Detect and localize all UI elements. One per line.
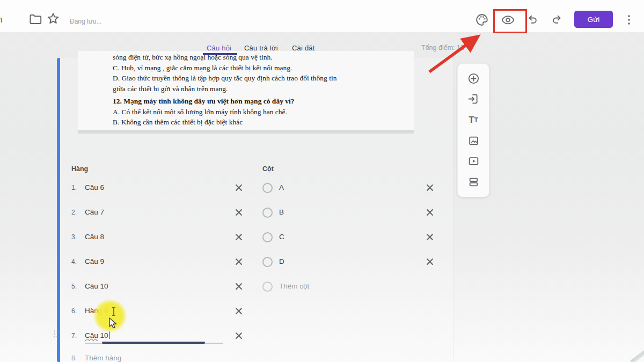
doc-question-line: 12. Mạng máy tính không dây ưu việt hơn …	[113, 96, 409, 107]
redo-icon[interactable]	[552, 14, 563, 25]
row-label-input[interactable]: Câu 9	[85, 257, 104, 265]
column-radio[interactable]	[262, 183, 273, 193]
active-tab-underline	[203, 53, 237, 55]
saving-status: Đang lưu...	[70, 18, 101, 25]
form-title-fragment: n	[0, 14, 2, 25]
column-label-input[interactable]: C	[279, 233, 284, 241]
add-video-icon[interactable]	[466, 154, 481, 169]
selected-question-indicator	[57, 58, 60, 362]
add-column-button[interactable]: Thêm cột	[279, 282, 309, 290]
quiz-document-image: sóng điện từ, bức xạ hồng ngoại hoặc són…	[78, 51, 414, 131]
rows-header: Hàng	[71, 165, 88, 173]
column-radio	[262, 282, 273, 292]
doc-line: sóng điện từ, bức xạ hồng ngoại hoặc són…	[113, 52, 409, 63]
remove-column-icon[interactable]	[426, 183, 434, 192]
column-radio[interactable]	[262, 257, 273, 267]
folder-icon[interactable]	[28, 12, 42, 26]
row-number: 2.	[71, 209, 77, 216]
remove-column-icon[interactable]	[426, 208, 434, 217]
palette-icon[interactable]	[475, 13, 489, 27]
column-label-input[interactable]: A	[279, 183, 284, 191]
field-underline-focus	[102, 342, 205, 344]
row-label-input[interactable]: Câu 8	[85, 233, 104, 241]
send-button[interactable]: Gửi	[574, 11, 613, 28]
remove-row-icon[interactable]	[235, 331, 243, 340]
doc-line: C. Hub, vỉ mạng , giắc cắm mạng là các t…	[113, 63, 409, 73]
remove-row-icon[interactable]	[235, 233, 243, 241]
video-watermark	[630, 349, 644, 362]
doc-line: giữa các thiết bị gửi và nhận trên mạng.	[113, 84, 409, 94]
remove-row-icon[interactable]	[235, 257, 243, 266]
text-cursor-ibeam	[112, 306, 115, 316]
row-label-input[interactable]: Câu 10	[85, 282, 108, 290]
column-label-input[interactable]: B	[279, 208, 284, 216]
row-number: 5.	[71, 283, 77, 290]
column-label-input[interactable]: D	[279, 257, 284, 265]
add-question-icon[interactable]	[466, 71, 481, 86]
row-number: 1.	[71, 184, 77, 191]
remove-row-icon[interactable]	[235, 208, 243, 217]
text-caret	[109, 331, 110, 339]
row-number: 6.	[71, 307, 77, 315]
add-image-icon[interactable]	[466, 133, 481, 148]
remove-column-icon[interactable]	[426, 257, 434, 266]
cols-header: Cột	[262, 165, 274, 173]
doc-line: B. Không cần thêm các thiết bị đặc biệt …	[113, 117, 409, 128]
row-label-rest: 10	[100, 331, 108, 339]
remove-row-icon[interactable]	[235, 282, 243, 291]
doc-line: D. Giao thức truyền thông là tập hợp quy…	[113, 73, 409, 84]
preview-eye-icon[interactable]	[501, 15, 515, 25]
more-options-icon[interactable]	[625, 14, 633, 26]
add-section-icon[interactable]	[466, 175, 481, 190]
column-radio[interactable]	[262, 232, 273, 242]
question-toolbar: TT	[457, 63, 489, 197]
undo-icon[interactable]	[526, 14, 538, 25]
row-number: 8.	[71, 354, 77, 362]
top-app-bar: n Đang lưu... Gửi	[0, 0, 644, 32]
row-label-input[interactable]: Câu 6	[85, 183, 104, 191]
row-label-input-editing[interactable]: Câu 10	[85, 331, 109, 339]
row-label-input[interactable]: Câu 7	[85, 208, 104, 216]
row-number: 3.	[71, 233, 77, 241]
row-number: 4.	[71, 258, 77, 265]
add-title-icon[interactable]: TT	[466, 113, 481, 128]
remove-row-icon[interactable]	[235, 183, 243, 192]
remove-row-icon[interactable]	[235, 307, 243, 315]
import-questions-icon[interactable]	[466, 92, 481, 107]
misspelled-word: Câu	[85, 331, 98, 339]
add-row-button[interactable]: Thêm hàng	[85, 354, 121, 362]
drag-handle-icon[interactable]	[53, 330, 58, 338]
remove-column-icon[interactable]	[426, 233, 434, 241]
doc-line: A. Có thể kết nối một số lượng lớn máy t…	[113, 107, 409, 117]
row-number: 7.	[71, 332, 77, 339]
total-points: Tổng điểm: 12	[421, 44, 464, 51]
highlight-spot	[93, 299, 127, 333]
column-radio[interactable]	[262, 208, 273, 218]
document-cut-edge	[78, 130, 414, 134]
star-icon[interactable]	[46, 11, 61, 26]
